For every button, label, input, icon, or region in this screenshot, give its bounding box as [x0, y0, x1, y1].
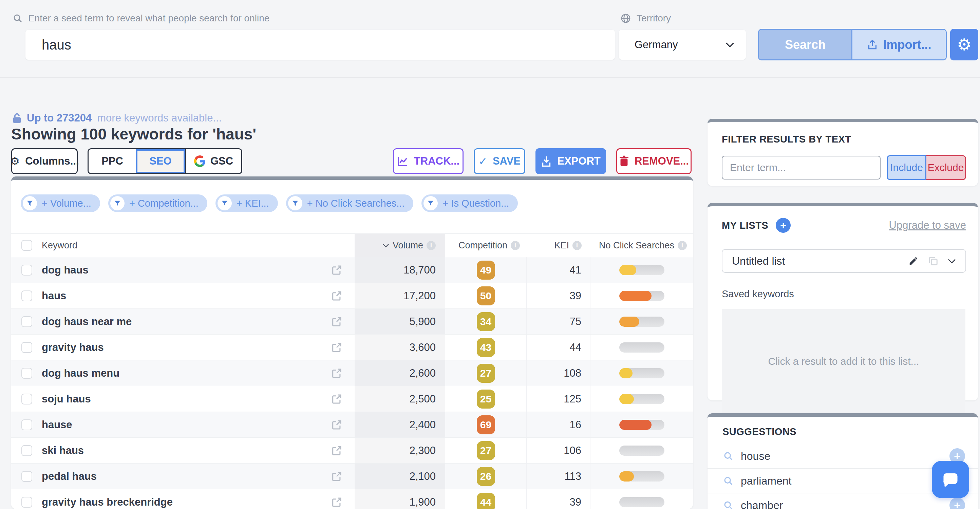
remove-button[interactable]: REMOVE...: [616, 148, 692, 174]
external-link-icon[interactable]: [331, 471, 342, 482]
table-row[interactable]: ski haus 2,300 27 106: [11, 438, 693, 463]
info-icon[interactable]: [678, 241, 687, 250]
save-button[interactable]: SAVE: [474, 148, 525, 174]
info-icon[interactable]: [573, 241, 582, 250]
search-button[interactable]: Search: [759, 30, 853, 59]
kei-value: 108: [527, 360, 590, 386]
kei-column-header[interactable]: KEI: [527, 234, 590, 257]
copy-icon[interactable]: [928, 256, 938, 266]
table-row[interactable]: dog haus 18,700 49 41: [11, 257, 693, 283]
row-checkbox[interactable]: [21, 471, 32, 482]
table-row[interactable]: gravity haus 3,600 43 44: [11, 335, 693, 360]
territory-select[interactable]: Germany: [619, 30, 746, 60]
row-checkbox[interactable]: [21, 420, 32, 430]
seed-hint: Enter a seed term to reveal what people …: [13, 13, 269, 24]
table-row[interactable]: hause 2,400 69 16: [11, 412, 693, 438]
filter-chip[interactable]: + KEI...: [215, 194, 278, 212]
export-button[interactable]: EXPORT: [536, 148, 606, 174]
external-link-icon[interactable]: [331, 393, 342, 405]
upsell-count: Up to 273204: [27, 112, 92, 124]
filter-chip[interactable]: + Volume...: [21, 194, 100, 212]
volume-value: 2,300: [355, 438, 445, 463]
table-row[interactable]: dog haus near me 5,900 34 75: [11, 309, 693, 335]
speech-bubble-icon: [941, 470, 960, 489]
external-link-icon[interactable]: [331, 445, 342, 457]
upgrade-link[interactable]: Upgrade to save: [889, 219, 966, 231]
upsell-banner[interactable]: Up to 273204 more keywords available...: [13, 112, 221, 124]
filter-term-input[interactable]: [722, 156, 881, 180]
volume-column-header[interactable]: Volume: [355, 234, 445, 257]
no-click-bar: [619, 471, 664, 482]
kei-value: 44: [527, 335, 590, 360]
filter-chips-row: + Volume... + Competition... + KEI... + …: [21, 194, 693, 212]
settings-button[interactable]: [950, 29, 978, 60]
exclude-toggle[interactable]: Exclude: [926, 155, 966, 180]
table-row[interactable]: dog haus menu 2,600 27 108: [11, 360, 693, 386]
external-link-icon[interactable]: [331, 316, 342, 328]
table-row[interactable]: haus 17,200 50 39: [11, 283, 693, 309]
row-checkbox[interactable]: [21, 445, 32, 456]
filter-chip[interactable]: + Is Question...: [422, 194, 518, 212]
kei-value: 75: [527, 309, 590, 334]
row-checkbox[interactable]: [21, 291, 32, 301]
columns-button[interactable]: Columns...: [11, 148, 78, 174]
no-click-column-header[interactable]: No Click Searches: [590, 234, 693, 257]
external-link-icon[interactable]: [331, 342, 342, 353]
filter-chip-label: + No Click Searches...: [307, 198, 405, 209]
chevron-down-icon[interactable]: [948, 259, 956, 264]
upsell-text: more keywords available...: [97, 112, 221, 124]
search-icon: [13, 13, 23, 24]
include-toggle[interactable]: Include: [887, 155, 926, 180]
seed-input[interactable]: [25, 30, 615, 60]
row-checkbox[interactable]: [21, 316, 32, 327]
territory-label: Territory: [636, 13, 671, 24]
tab-gsc[interactable]: GSC: [185, 149, 241, 173]
competition-badge: 43: [477, 338, 495, 357]
external-link-icon[interactable]: [331, 419, 342, 431]
row-checkbox[interactable]: [21, 368, 32, 379]
filter-panel-title: FILTER RESULTS BY TEXT: [722, 134, 966, 145]
row-checkbox[interactable]: [21, 342, 32, 353]
list-selector[interactable]: Untitled list: [722, 249, 966, 273]
keyword-column-header[interactable]: Keyword: [42, 240, 77, 251]
pencil-icon[interactable]: [908, 256, 919, 266]
external-link-icon[interactable]: [331, 367, 342, 379]
track-button[interactable]: TRACK...: [393, 148, 463, 174]
suggestion-label: chamber: [741, 499, 783, 509]
kei-value: 16: [527, 412, 590, 437]
external-link-icon[interactable]: [331, 496, 342, 508]
table-row[interactable]: gravity haus breckenridge 1,900 44 39: [11, 489, 693, 509]
competition-badge: 25: [477, 390, 495, 409]
tab-seo[interactable]: SEO: [136, 149, 185, 173]
filter-chip[interactable]: + Competition...: [108, 194, 207, 212]
filter-chip[interactable]: + No Click Searches...: [286, 194, 414, 212]
external-link-icon[interactable]: [331, 290, 342, 302]
download-icon: [541, 156, 552, 167]
no-click-bar: [619, 368, 664, 379]
table-body: dog haus 18,700 49 41 haus 17,200 50 39 …: [11, 257, 693, 509]
search-import-group: Search Import...: [758, 29, 947, 60]
row-checkbox[interactable]: [21, 497, 32, 507]
info-icon[interactable]: [511, 241, 520, 250]
keyword-label: dog haus near me: [42, 316, 132, 328]
volume-value: 1,900: [355, 489, 445, 509]
external-link-icon[interactable]: [331, 264, 342, 276]
table-row[interactable]: pedal haus 2,100 26 113: [11, 463, 693, 489]
add-suggestion-button[interactable]: [950, 498, 965, 509]
filter-chip-label: + Is Question...: [442, 198, 509, 209]
info-icon[interactable]: [426, 241, 436, 250]
results-card: + Volume... + Competition... + KEI... + …: [11, 177, 693, 509]
chat-launcher-button[interactable]: [932, 461, 969, 498]
import-button[interactable]: Import...: [853, 30, 946, 59]
select-all-checkbox[interactable]: [21, 240, 32, 251]
competition-badge: 26: [477, 467, 495, 486]
row-checkbox[interactable]: [21, 265, 32, 275]
row-checkbox[interactable]: [21, 394, 32, 404]
tab-ppc[interactable]: PPC: [89, 149, 136, 173]
competition-column-header[interactable]: Competition: [445, 234, 527, 257]
upload-icon: [867, 39, 878, 51]
kei-value: 41: [527, 257, 590, 283]
add-list-button[interactable]: [776, 218, 791, 233]
table-row[interactable]: soju haus 2,500 25 125: [11, 386, 693, 412]
keyword-label: dog haus menu: [42, 367, 119, 379]
